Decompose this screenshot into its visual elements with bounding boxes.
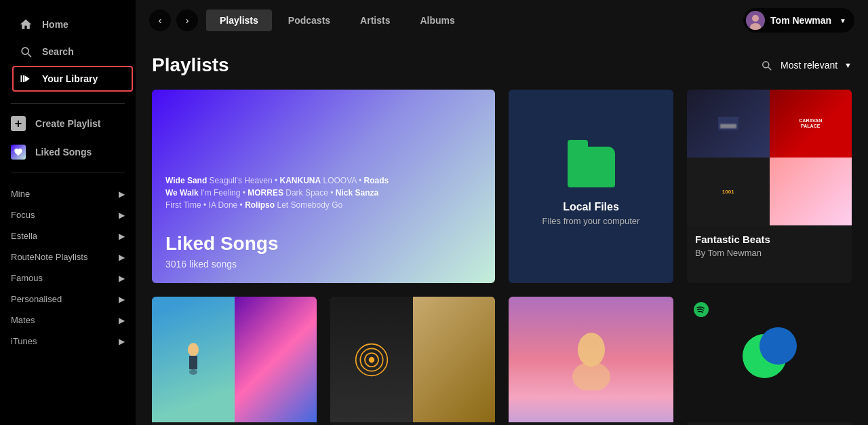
svg-point-6 bbox=[188, 343, 199, 356]
sidebar-library-famous[interactable]: Famous ▶ bbox=[0, 267, 136, 289]
sidebar-library-focus[interactable]: Focus ▶ bbox=[0, 204, 136, 225]
chevron-right-mine: ▶ bbox=[119, 189, 125, 199]
home-icon bbox=[19, 18, 33, 31]
fantastic-beats-info: Fantastic Beats By Tom Newman bbox=[687, 225, 852, 266]
svg-point-8 bbox=[189, 369, 197, 375]
sidebar-item-search[interactable]: Search bbox=[8, 38, 127, 65]
sidebar-item-your-library[interactable]: Your Library bbox=[8, 65, 127, 92]
bottom-card-1[interactable] bbox=[152, 297, 317, 425]
fantastic-beats-meta: By Tom Newman bbox=[695, 248, 844, 258]
fantastic-beats-title: Fantastic Beats bbox=[695, 234, 844, 245]
svg-rect-5 bbox=[721, 125, 736, 128]
chevron-right-personalised: ▶ bbox=[119, 295, 125, 304]
content-area[interactable]: Playlists Most relevant ▼ Wide Sand Seag… bbox=[136, 41, 868, 425]
liked-songs-tracks: Wide Sand Seagull's Heaven • KANKUNA LOO… bbox=[165, 174, 481, 211]
create-playlist-icon: + bbox=[11, 116, 26, 131]
fantastic-beats-card[interactable]: CARAVANPALACE 1001 Fantastic Beats By To… bbox=[687, 90, 852, 283]
main-area: ‹ › Playlists Podcasts Artists Albums To… bbox=[136, 0, 868, 425]
filter-search-button[interactable] bbox=[760, 59, 772, 71]
create-playlist-item[interactable]: + Create Playlist bbox=[0, 109, 136, 138]
spotify-circles bbox=[743, 324, 797, 378]
bottom-card-3-image bbox=[509, 297, 673, 422]
liked-songs-icon bbox=[11, 145, 26, 160]
avatar bbox=[746, 11, 765, 30]
liked-songs-count: 3016 liked songs bbox=[165, 259, 481, 270]
sidebar-library-mine[interactable]: Mine ▶ bbox=[0, 183, 136, 204]
user-name: Tom Newman bbox=[770, 15, 831, 26]
svg-point-13 bbox=[578, 333, 605, 367]
sidebar-item-home[interactable]: Home bbox=[8, 11, 127, 38]
liked-songs-title: Liked Songs bbox=[165, 233, 481, 255]
tab-artists[interactable]: Artists bbox=[347, 10, 403, 31]
sidebar-nav: Home Search Your Library bbox=[0, 5, 136, 98]
sidebar-library-list: Mine ▶ Focus ▶ Estella ▶ RouteNote Playl… bbox=[0, 183, 136, 420]
chevron-right-mates: ▶ bbox=[119, 316, 125, 325]
chevron-right-famous: ▶ bbox=[119, 274, 125, 283]
nav-arrows: ‹ › bbox=[149, 10, 198, 31]
bottom-card-4[interactable] bbox=[687, 297, 852, 425]
bottom-card-2-image bbox=[330, 297, 495, 422]
chevron-right-itunes: ▶ bbox=[119, 337, 125, 346]
svg-rect-7 bbox=[189, 356, 197, 369]
folder-icon bbox=[568, 147, 615, 187]
page-title: Playlists bbox=[152, 54, 229, 76]
chevron-right-estella: ▶ bbox=[119, 232, 125, 241]
sidebar-library-estella[interactable]: Estella ▶ bbox=[0, 225, 136, 246]
bottom-card-1-image bbox=[152, 297, 317, 422]
svg-point-1 bbox=[752, 15, 759, 22]
sort-dropdown[interactable]: Most relevant ▼ bbox=[781, 60, 852, 71]
search-icon bbox=[19, 45, 33, 58]
local-files-desc: Files from your computer bbox=[542, 216, 640, 226]
tab-navigation: Playlists Podcasts Artists Albums bbox=[206, 10, 469, 31]
tab-albums[interactable]: Albums bbox=[406, 10, 468, 31]
chevron-right-focus: ▶ bbox=[119, 210, 125, 220]
sidebar-divider-1 bbox=[11, 103, 125, 104]
album-mini-4 bbox=[770, 158, 852, 225]
nav-back-button[interactable]: ‹ bbox=[149, 10, 171, 31]
content-header: Playlists Most relevant ▼ bbox=[152, 54, 852, 76]
sidebar-library-personalised[interactable]: Personalised ▶ bbox=[0, 289, 136, 310]
svg-point-12 bbox=[369, 356, 374, 362]
topbar: ‹ › Playlists Podcasts Artists Albums To… bbox=[136, 0, 868, 41]
sidebar-divider-2 bbox=[11, 172, 125, 172]
sidebar: Home Search Your Library + Create Pla bbox=[0, 0, 136, 425]
album-mini-2: CARAVANPALACE bbox=[770, 90, 852, 158]
content-filters: Most relevant ▼ bbox=[760, 59, 852, 71]
sidebar-library-itunes[interactable]: iTunes ▶ bbox=[0, 331, 136, 352]
local-files-info: Local Files Files from your computer bbox=[542, 201, 640, 226]
liked-songs-card[interactable]: Wide Sand Seagull's Heaven • KANKUNA LOO… bbox=[152, 90, 495, 283]
album-mini-1 bbox=[687, 90, 770, 158]
nav-forward-button[interactable]: › bbox=[176, 10, 198, 31]
sort-label: Most relevant bbox=[781, 60, 837, 71]
user-profile[interactable]: Tom Newman ▼ bbox=[743, 8, 854, 33]
fantastic-beats-grid: CARAVANPALACE 1001 bbox=[687, 90, 852, 225]
local-files-title: Local Files bbox=[542, 201, 640, 213]
playlists-grid: Wide Sand Seagull's Heaven • KANKUNA LOO… bbox=[152, 90, 852, 425]
tab-podcasts[interactable]: Podcasts bbox=[275, 10, 344, 31]
library-icon bbox=[19, 72, 33, 86]
sidebar-library-mates[interactable]: Mates ▶ bbox=[0, 310, 136, 331]
svg-point-14 bbox=[572, 362, 610, 390]
sort-chevron-icon: ▼ bbox=[844, 61, 852, 69]
local-files-card[interactable]: Local Files Files from your computer bbox=[509, 90, 673, 283]
sidebar-library-routenote[interactable]: RouteNote Playlists ▶ bbox=[0, 246, 136, 267]
bottom-card-4-image bbox=[687, 297, 852, 422]
bottom-card-3[interactable] bbox=[509, 297, 673, 425]
user-dropdown-arrow: ▼ bbox=[840, 17, 846, 24]
bottom-card-2[interactable] bbox=[330, 297, 495, 425]
tab-playlists[interactable]: Playlists bbox=[206, 10, 272, 31]
album-mini-3: 1001 bbox=[687, 158, 770, 225]
chevron-right-routenote: ▶ bbox=[119, 253, 125, 262]
liked-songs-item[interactable]: Liked Songs bbox=[0, 138, 136, 166]
